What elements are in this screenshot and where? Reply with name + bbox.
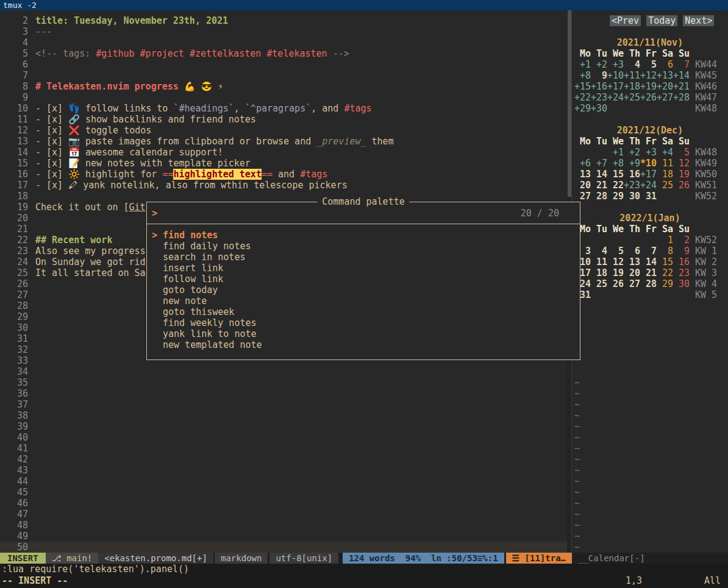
editor-line[interactable]: 38 [0,410,567,421]
palette-item[interactable]: new templated note [147,339,580,350]
day-cell[interactable]: +8 [574,70,591,81]
day-cell[interactable]: 19 [607,267,624,278]
day-cell[interactable]: 13 [624,257,640,267]
day-cell[interactable]: 19 [673,169,690,180]
day-cell[interactable]: +27 [657,92,673,103]
day-cell[interactable]: 11 [657,158,673,169]
day-cell[interactable]: +28 [673,92,690,103]
day-cell[interactable]: 8 [657,246,673,257]
editor-line[interactable]: 8# Telekasten.nvim progress 💪 😎 ⚡ [0,81,567,92]
editor-line[interactable]: 15- [x] 📝 new notes with template picker [0,158,567,169]
day-cell[interactable]: +22 [574,92,591,103]
day-cell[interactable]: 20 [574,180,591,191]
day-cell[interactable]: 4 [591,246,607,257]
editor-line[interactable]: 35 [0,377,567,388]
day-cell[interactable]: 28 [640,278,657,289]
day-cell[interactable]: +2 [624,147,640,158]
palette-item[interactable]: find daily notes [147,241,580,252]
day-cell[interactable]: +15 [574,81,591,92]
editor-line[interactable]: 46 [0,498,567,509]
palette-item[interactable]: find weekly notes [147,317,580,328]
day-cell[interactable]: 2 [673,235,690,246]
editor-line[interactable]: 9 [0,92,567,103]
day-cell[interactable]: 27 [624,278,640,289]
day-cell[interactable]: +30 [591,103,607,114]
editor-line[interactable]: 6 [0,59,567,70]
editor-line[interactable]: 4 [0,37,567,48]
day-cell[interactable]: 4 [624,59,640,70]
editor-line[interactable]: 13- [x] 📷 paste images from clipboard or… [0,136,567,147]
day-cell[interactable]: 29 [607,191,624,202]
editor-line[interactable]: 48 [0,520,567,531]
day-cell[interactable]: 30 [624,191,640,202]
day-cell[interactable]: +3 [640,147,657,158]
editor-line[interactable]: 37 [0,399,567,410]
day-cell[interactable]: 25 [657,180,673,191]
day-cell[interactable]: 22 [657,267,673,278]
day-cell[interactable]: +10 [607,70,624,81]
day-cell[interactable]: +6 [574,158,591,169]
editor-line[interactable]: 43 [0,465,567,476]
day-cell[interactable]: +4 [657,147,673,158]
day-cell[interactable]: +11 [624,70,640,81]
day-cell[interactable]: +17 [640,169,657,180]
editor-line[interactable]: 34 [0,366,567,377]
day-cell[interactable]: 5 [607,246,624,257]
day-cell[interactable]: *10 [640,158,657,169]
editor-line[interactable]: 10- [x] 👣 follow links to `#headings`, `… [0,103,567,114]
day-cell[interactable]: 20 [624,267,640,278]
editor-line[interactable]: 40 [0,432,567,443]
day-cell[interactable]: +17 [607,81,624,92]
palette-item[interactable]: insert link [147,263,580,274]
day-cell[interactable]: +2 [591,59,607,70]
day-cell[interactable]: +29 [574,103,591,114]
day-cell[interactable]: 22 [607,180,624,191]
day-cell[interactable]: 5 [673,147,690,158]
day-cell[interactable]: 9 [591,70,607,81]
editor-line[interactable]: 42 [0,454,567,465]
day-cell[interactable]: 21 [591,180,607,191]
day-cell[interactable]: +8 [607,158,624,169]
cal-next-button[interactable]: Next> [683,15,714,26]
editor-line[interactable]: 5<!-- tags: #github #project #zettelkast… [0,48,567,59]
day-cell[interactable]: 27 [574,191,591,202]
day-cell[interactable]: 14 [591,169,607,180]
day-cell[interactable]: +1 [574,59,591,70]
day-cell[interactable]: +25 [624,92,640,103]
day-cell[interactable]: 30 [673,278,690,289]
day-cell[interactable]: +14 [673,70,690,81]
day-cell[interactable]: +23 [624,180,640,191]
editor-line[interactable]: 45 [0,487,567,498]
day-cell[interactable]: 25 [591,278,607,289]
day-cell[interactable]: 16 [624,169,640,180]
day-cell[interactable]: 9 [673,246,690,257]
day-cell[interactable]: +3 [607,59,624,70]
editor-line[interactable]: 49 [0,531,567,542]
editor-line[interactable]: 11- [x] 🔗 show backlinks and friend note… [0,114,567,125]
editor-line[interactable]: 47 [0,509,567,520]
editor-line[interactable]: 14- [x] 📅 awesome calendar support! [0,147,567,158]
palette-item[interactable]: goto today [147,285,580,296]
editor-line[interactable]: 41 [0,443,567,454]
day-cell[interactable]: 26 [673,180,690,191]
day-cell[interactable]: 6 [624,246,640,257]
day-cell[interactable]: +24 [640,180,657,191]
day-cell[interactable]: +13 [657,70,673,81]
day-cell[interactable]: +19 [640,81,657,92]
editor-line[interactable]: 50 [0,542,567,553]
palette-item[interactable]: yank link to note [147,328,580,339]
editor-line[interactable]: 39 [0,421,567,432]
palette-item[interactable]: >find notes [147,230,580,241]
day-cell[interactable]: 28 [591,191,607,202]
day-cell[interactable]: 14 [640,257,657,267]
editor-line[interactable]: 18 [0,191,567,202]
day-cell[interactable]: 12 [673,158,690,169]
editor-line[interactable]: 17- [x] 🖍 yank notelink, also from wthin… [0,180,567,191]
palette-item[interactable]: search in notes [147,252,580,263]
editor-line[interactable]: 7 [0,70,567,81]
day-cell[interactable]: +26 [640,92,657,103]
day-cell[interactable]: 29 [657,278,673,289]
day-cell[interactable]: 12 [607,257,624,267]
editor-line[interactable]: 3--- [0,26,567,37]
day-cell[interactable]: 6 [657,59,673,70]
